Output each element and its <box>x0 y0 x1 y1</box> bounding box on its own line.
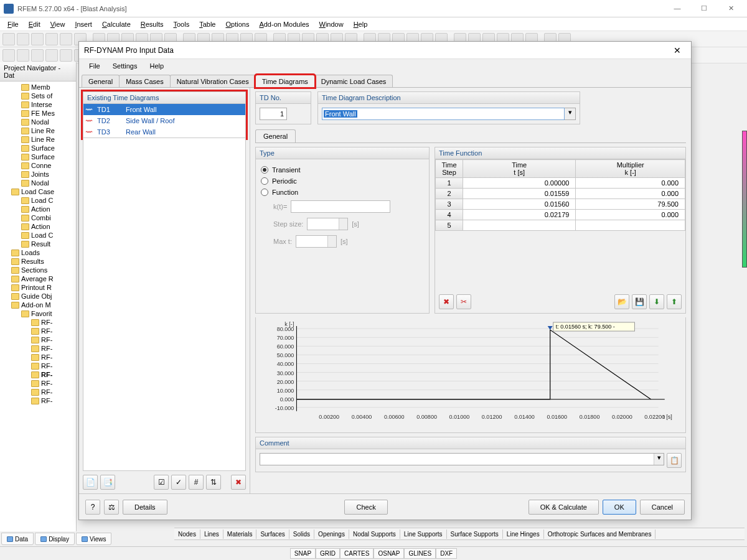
nav-item[interactable]: Surface <box>0 152 76 161</box>
nav-item[interactable]: FE Mes <box>0 109 76 118</box>
table-tab[interactable]: Line Hinges <box>503 530 544 539</box>
menu-insert[interactable]: Insert <box>70 19 97 29</box>
type-radio-function[interactable]: Function <box>261 187 424 198</box>
nav-footer-tab-display[interactable]: Display <box>35 533 75 545</box>
menu-calculate[interactable]: Calculate <box>97 19 136 29</box>
nav-item[interactable]: Action <box>0 222 76 231</box>
table-tab[interactable]: Surfaces <box>256 530 289 539</box>
status-grid[interactable]: GRID <box>316 548 340 559</box>
status-snap[interactable]: SNAP <box>290 548 316 559</box>
comment-pick-button[interactable]: 📋 <box>667 453 682 468</box>
minimize-button[interactable]: — <box>665 4 690 12</box>
nav-item[interactable]: Action <box>0 205 76 213</box>
select-all-button[interactable]: ☑ <box>154 475 169 490</box>
menu-table[interactable]: Table <box>194 19 220 29</box>
comment-dropdown[interactable]: ▾ <box>654 454 664 465</box>
nav-item[interactable]: RF- <box>0 353 76 362</box>
nav-footer-tab-data[interactable]: Data <box>1 533 34 545</box>
tf-excel-export-button[interactable]: ⬆ <box>667 294 682 309</box>
units-button[interactable]: ⚖ <box>104 500 119 515</box>
nav-item[interactable]: Load C <box>0 196 76 205</box>
nav-item[interactable]: RF- <box>0 327 76 335</box>
td-desc-input[interactable]: Front Wall <box>322 108 565 120</box>
maximize-button[interactable]: ☐ <box>692 4 716 12</box>
nav-item[interactable]: Average R <box>0 274 76 283</box>
navigator-tree[interactable]: MembSets ofInterseFE MesNodalLine ReLine… <box>0 82 76 406</box>
table-tab[interactable]: Openings <box>314 530 349 539</box>
dialog-tab-natural-vibration-cases[interactable]: Natural Vibration Cases <box>170 75 256 87</box>
status-cartes[interactable]: CARTES <box>340 548 374 559</box>
time-function-table[interactable]: Time StepTimet [s]Multiplierk [-]10.0000… <box>435 159 685 231</box>
nav-item[interactable]: Joints <box>0 170 76 179</box>
table-tab[interactable]: Materials <box>223 530 257 539</box>
nav-item[interactable]: Line Re <box>0 135 76 144</box>
dialog-close-button[interactable]: ✕ <box>669 45 686 55</box>
renumber-button[interactable]: # <box>189 475 204 490</box>
toolbar-button[interactable] <box>60 33 72 45</box>
nav-item[interactable]: Load C <box>0 231 76 240</box>
nav-item[interactable]: Add-on M <box>0 301 76 309</box>
menu-window[interactable]: Window <box>314 19 349 29</box>
tf-open-button[interactable]: 📂 <box>614 294 629 309</box>
menu-results[interactable]: Results <box>136 19 169 29</box>
toolbar-button[interactable] <box>31 49 44 62</box>
subtab-general[interactable]: General <box>255 129 296 142</box>
toolbar-button[interactable] <box>60 49 72 62</box>
nav-item[interactable]: Nodal <box>0 118 76 126</box>
check-button-small[interactable]: ✓ <box>171 475 186 490</box>
status-glines[interactable]: GLINES <box>404 548 436 559</box>
nav-item[interactable]: Load Case <box>0 187 76 196</box>
cancel-button[interactable]: Cancel <box>640 500 685 515</box>
menu-add-on modules[interactable]: Add-on Modules <box>254 19 314 29</box>
nav-item[interactable]: Line Re <box>0 126 76 135</box>
status-dxf[interactable]: DXF <box>436 548 457 559</box>
nav-item[interactable]: RF- <box>0 344 76 353</box>
tf-save-button[interactable]: 💾 <box>632 294 647 309</box>
tf-delete-row-button[interactable]: ✖ <box>439 294 454 309</box>
td-no-input[interactable] <box>260 108 287 120</box>
td-list-row[interactable]: 〰TD3Rear Wall <box>83 126 245 138</box>
nav-item[interactable]: Interse <box>0 100 76 109</box>
toolbar-button[interactable] <box>2 49 15 62</box>
nav-footer-tab-views[interactable]: Views <box>76 533 112 545</box>
table-tab[interactable]: Solids <box>289 530 314 539</box>
td-list-row[interactable]: 〰TD2Side Wall / Roof <box>83 115 245 126</box>
dialog-tab-dynamic-load-cases[interactable]: Dynamic Load Cases <box>314 75 393 87</box>
table-tab[interactable]: Orthotropic Surfaces and Membranes <box>544 530 656 539</box>
nav-item[interactable]: Memb <box>0 83 76 91</box>
nav-item[interactable]: Surface <box>0 144 76 152</box>
td-list-row[interactable]: 〰TD1Front Wall <box>83 104 245 115</box>
nav-item[interactable]: RF- <box>0 370 76 379</box>
dialog-tab-time-diagrams[interactable]: Time Diagrams <box>255 75 315 88</box>
toolbar-button[interactable] <box>17 33 29 45</box>
table-tab[interactable]: Nodes <box>174 530 200 539</box>
menu-options[interactable]: Options <box>220 19 254 29</box>
nav-item[interactable]: RF- <box>0 388 76 396</box>
td-desc-dropdown[interactable]: ▾ <box>565 108 576 120</box>
comment-input[interactable] <box>260 454 654 465</box>
status-osnap[interactable]: OSNAP <box>374 548 404 559</box>
menu-tools[interactable]: Tools <box>168 19 194 29</box>
help-button[interactable]: ? <box>85 500 100 515</box>
menu-help[interactable]: Help <box>349 19 373 29</box>
new-diagram-button[interactable]: 📄 <box>83 475 98 490</box>
table-tab[interactable]: Surface Supports <box>447 530 503 539</box>
menu-file[interactable]: File <box>2 19 24 29</box>
nav-item[interactable]: Guide Obj <box>0 292 76 301</box>
copy-diagram-button[interactable]: 📑 <box>100 475 115 490</box>
nav-item[interactable]: Sets of <box>0 91 76 100</box>
nav-item[interactable]: Nodal <box>0 179 76 187</box>
toolbar-button[interactable] <box>2 33 15 45</box>
dialog-menu-file[interactable]: File <box>83 61 106 71</box>
nav-item[interactable]: Loads <box>0 248 76 257</box>
table-tab[interactable]: Lines <box>200 530 223 539</box>
toolbar-button[interactable] <box>45 49 58 62</box>
dialog-menu-settings[interactable]: Settings <box>106 61 144 71</box>
nav-item[interactable]: Sections <box>0 266 76 274</box>
ok-calculate-button[interactable]: OK & Calculate <box>529 500 599 515</box>
sort-button[interactable]: ⇅ <box>206 475 221 490</box>
type-radio-periodic[interactable]: Periodic <box>261 175 424 187</box>
ok-button[interactable]: OK <box>603 500 636 515</box>
nav-item[interactable]: RF- <box>0 335 76 344</box>
check-button[interactable]: Check <box>344 500 387 515</box>
